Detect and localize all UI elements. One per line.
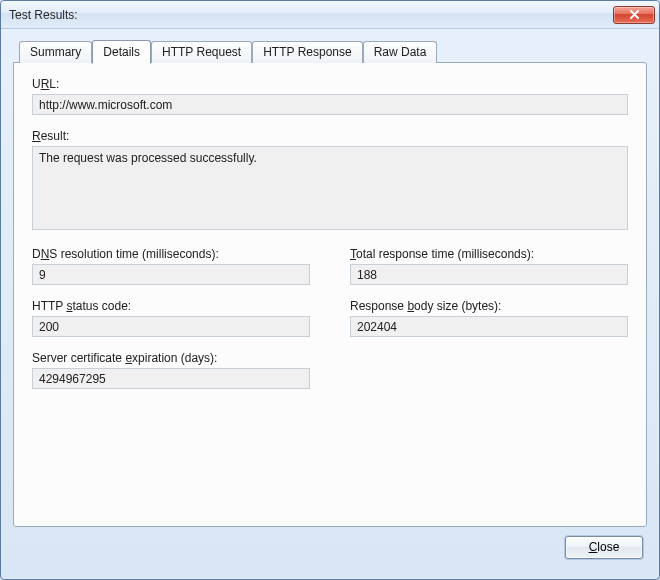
status-field[interactable] [32,316,310,337]
tab-label: HTTP Response [263,45,351,59]
window-title: Test Results: [9,8,613,22]
dialog-window: Test Results: Summary Details HTTP Reque… [0,0,660,580]
status-label: HTTP status code: [32,299,310,313]
dns-section: DNS resolution time (milliseconds): [32,247,310,285]
status-section: HTTP status code: [32,299,310,337]
close-button[interactable]: Close [565,536,643,559]
cert-section: Server certificate expiration (days): [32,351,310,389]
total-field[interactable] [350,264,628,285]
total-section: Total response time (milliseconds): [350,247,628,285]
dialog-footer: Close [13,527,647,567]
close-icon [629,10,640,20]
tab-label: Raw Data [374,45,427,59]
url-field[interactable] [32,94,628,115]
dns-label: DNS resolution time (milliseconds): [32,247,310,261]
tab-label: HTTP Request [162,45,241,59]
tab-label: Details [103,45,140,59]
tab-http-request[interactable]: HTTP Request [151,41,252,63]
body-label: Response body size (bytes): [350,299,628,313]
tabpanel-details: URL: Result: DNS resolution time (millis… [13,62,647,527]
total-label: Total response time (milliseconds): [350,247,628,261]
cert-field[interactable] [32,368,310,389]
tab-label: Summary [30,45,81,59]
tab-details[interactable]: Details [92,40,151,64]
tab-http-response[interactable]: HTTP Response [252,41,362,63]
url-label: URL: [32,77,628,91]
cert-label: Server certificate expiration (days): [32,351,310,365]
tab-raw-data[interactable]: Raw Data [363,41,438,63]
result-label: Result: [32,129,628,143]
result-section: Result: [32,129,628,233]
body-section: Response body size (bytes): [350,299,628,337]
tab-summary[interactable]: Summary [19,41,92,63]
body-field[interactable] [350,316,628,337]
row-status-body: HTTP status code: Response body size (by… [32,299,628,337]
dns-field[interactable] [32,264,310,285]
window-close-button[interactable] [613,6,655,24]
client-area: Summary Details HTTP Request HTTP Respon… [1,29,659,579]
result-field[interactable] [32,146,628,230]
titlebar[interactable]: Test Results: [1,1,659,29]
url-section: URL: [32,77,628,115]
tabstrip: Summary Details HTTP Request HTTP Respon… [19,39,647,62]
row-dns-total: DNS resolution time (milliseconds): Tota… [32,247,628,285]
